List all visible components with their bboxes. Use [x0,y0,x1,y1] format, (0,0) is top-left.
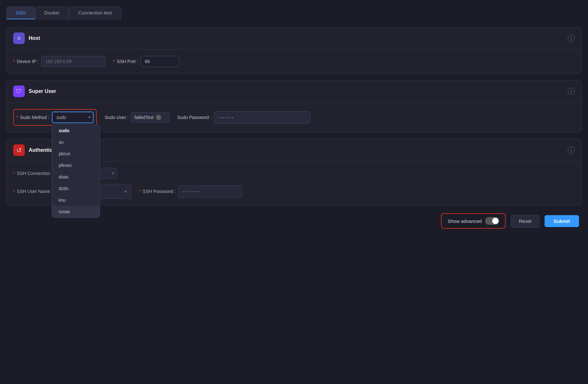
dropdown-option-pfexec[interactable]: pfexec [52,160,100,171]
auth-info-icon[interactable]: i [568,147,575,154]
host-section-body: * Device IP : * SSH Port : [7,50,581,73]
sudo-user-tag-close[interactable]: × [156,114,161,120]
dropdown-option-su[interactable]: su [52,136,100,148]
sudo-user-field: Sudo User : failedTest × [105,112,170,123]
host-icon: ≡ [13,32,25,44]
show-advanced-toggle[interactable] [485,217,499,225]
device-ip-label: * Device IP : [13,59,39,64]
sudo-method-wrapper: * Sudo Method : sudo su pbrun pfexec doa… [13,109,97,126]
dropdown-option-pbrun[interactable]: pbrun [52,148,100,160]
show-advanced-label: Show advanced [447,218,482,224]
eye-icon[interactable]: ● [124,188,127,194]
host-title-group: ≡ Host [13,32,40,44]
ssh-port-field: * SSH Port : [113,56,179,67]
super-user-info-icon[interactable]: i [568,88,575,95]
ssh-password-label: * SSH Password : [139,189,175,194]
ssh-password-field: * SSH Password : ········ [139,185,242,198]
sudo-user-label: Sudo User : [105,115,128,120]
super-user-icon: 🛡 [13,86,25,97]
sudo-dropdown-container: sudo su pbrun pfexec doas dzdo ksu runas… [52,112,94,123]
dropdown-option-runas[interactable]: runas [52,206,100,217]
super-user-section: 🛡 Super User i * Sudo Method : sudo su [6,80,582,133]
super-user-title: Super User [29,88,56,94]
sudo-user-tag-value: failedTest [134,115,153,120]
tab-docker[interactable]: Docker [35,6,69,19]
tab-connection-test[interactable]: Connection test [69,6,121,19]
tab-bar: SSH Docker Connection test [6,6,582,19]
super-user-form-row: * Sudo Method : sudo su pbrun pfexec doa… [13,109,575,126]
host-section-header: ≡ Host i [7,27,581,50]
host-section-title: Host [29,35,40,41]
toggle-knob [492,218,499,224]
sudo-method-select[interactable]: sudo su pbrun pfexec doas dzdo ksu runas [52,112,94,123]
sudo-method-select-wrapper: sudo su pbrun pfexec doas dzdo ksu runas… [52,112,94,123]
host-section: ≡ Host i * Device IP : * SSH Port : [6,27,582,74]
reset-button[interactable]: Reset [511,215,539,227]
submit-button[interactable]: Submit [545,215,579,227]
ssh-port-input[interactable] [141,56,179,67]
super-user-title-group: 🛡 Super User [13,86,56,97]
auth-title-group: ↺ Authenticat [13,144,57,156]
ssh-password-input[interactable]: ········ [178,185,243,198]
dropdown-option-doas[interactable]: doas [52,171,100,183]
ssh-username-label: * SSH User Name [13,189,50,194]
dropdown-option-sudo[interactable]: sudo [52,125,100,136]
ssh-port-label: * SSH Port : [113,59,138,64]
show-advanced-wrapper: Show advanced [441,213,506,229]
tab-ssh[interactable]: SSH [6,6,35,19]
sudo-method-label: * Sudo Method : [16,115,49,120]
auth-icon: ↺ [13,144,25,156]
device-ip-field: * Device IP : [13,56,106,67]
sudo-user-tag-input[interactable]: failedTest × [131,112,170,123]
sudo-password-field: Sudo Password : ······· [177,111,310,124]
sudo-dropdown-menu: sudo su pbrun pfexec doas dzdo ksu runas [52,124,100,218]
dropdown-option-ksu[interactable]: ksu [52,194,100,206]
host-form-row: * Device IP : * SSH Port : [13,56,575,67]
super-user-header: 🛡 Super User i [7,80,581,103]
ssh-connection-label: * SSH Connection [13,171,50,176]
super-user-body: * Sudo Method : sudo su pbrun pfexec doa… [7,103,581,132]
sudo-password-input[interactable]: ······· [214,111,310,124]
dropdown-option-dzdo[interactable]: dzdo [52,183,100,194]
device-ip-input[interactable] [41,56,106,67]
host-info-icon[interactable]: i [568,35,575,42]
sudo-password-label: Sudo Password : [177,115,211,120]
